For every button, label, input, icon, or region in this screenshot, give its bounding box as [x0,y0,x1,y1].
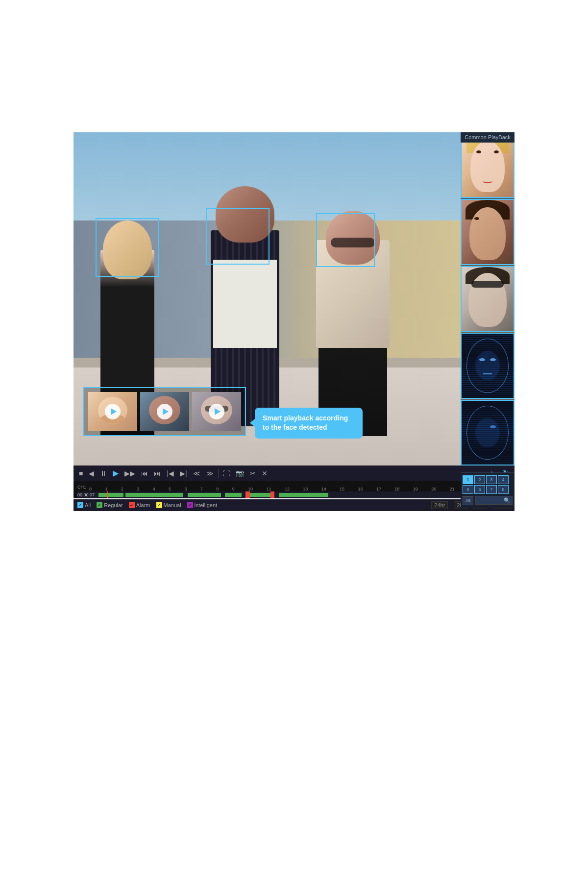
checkbox-regular[interactable]: ✓ [97,502,102,508]
play-button-3[interactable] [209,404,224,419]
channel-search-bar[interactable]: 🔍 [475,496,513,505]
channel-btn-8[interactable]: 8 [498,485,509,494]
skip-forward-button[interactable]: ⏭ [152,468,162,478]
face-detection-box-1 [96,218,159,277]
face-detection-box-3 [316,213,375,267]
skip-back-button[interactable]: ⏮ [140,468,149,478]
thumb-item-2[interactable] [140,392,189,431]
channel-label: CH1 [77,485,86,490]
face-detection-box-2 [206,208,270,265]
thumb-item-1[interactable] [88,392,137,431]
control-bar: ■ ◀ ⏸ ▶ ▶▶ ⏮ ⏭ |◀ ▶| ≪ ≫ ⛶ 📷 ✂ ✕ ▶ ↻ [74,466,514,481]
face-thumb-5[interactable] [461,400,514,466]
play-button-2[interactable] [157,404,172,419]
channel-selector: 1 2 3 4 5 6 7 8 All 🔍 [461,472,514,508]
play-button[interactable]: ▶ [111,467,120,479]
face-thumb-4[interactable] [461,333,514,398]
channel-btn-2[interactable]: 2 [474,475,485,484]
footer-bar: ✓ All ✓ Regular ✓ Alarm ✓ Manual ✓ intel… [74,499,514,511]
timeline-ruler: CH1 0 1 2 3 4 5 6 7 8 9 10 11 [77,483,511,491]
alarm-segment-2 [270,491,274,498]
channel-btn-1[interactable]: 1 [463,475,473,484]
channel-bottom-row: All 🔍 [463,495,513,505]
rewind-button[interactable]: ◀ [87,468,96,478]
ruler-numbers: 0 1 2 3 4 5 6 7 8 9 10 11 12 13 [88,487,511,491]
checkbox-manual[interactable]: ✓ [156,502,162,508]
segment-4 [225,493,242,497]
checkbox-alarm[interactable]: ✓ [129,502,135,508]
track-segments[interactable] [97,491,511,498]
channel-btn-5[interactable]: 5 [463,485,473,494]
prev-frame-button[interactable]: |◀ [165,468,175,478]
thumb-item-3[interactable] [192,392,241,431]
thumbnail-strip [83,387,246,436]
timeline-area: CH1 0 1 2 3 4 5 6 7 8 9 10 11 [74,481,514,498]
close-button[interactable]: ✕ [260,468,269,478]
alarm-segment-1 [245,491,249,498]
face-panel [461,132,514,466]
channel-grid: 1 2 3 4 5 6 7 8 [463,475,513,494]
main-container: Smart playback according to the face det… [74,132,514,511]
common-playback-header: Common PlayBack [461,132,514,143]
sky [74,132,514,230]
next-frame-button[interactable]: ▶| [178,468,189,478]
face-thumb-2[interactable] [461,199,514,265]
filter-alarm[interactable]: ✓ Alarm [129,502,150,508]
search-icon: 🔍 [504,497,511,504]
pause-button[interactable]: ⏸ [98,468,108,478]
segment-6 [279,493,328,497]
time-cursor [107,491,108,498]
divider-1 [218,468,219,478]
channel-btn-7[interactable]: 7 [486,485,497,494]
checkbox-all[interactable]: ✓ [77,502,83,508]
stop-button[interactable]: ■ [77,468,84,478]
timeline-track[interactable]: 00:00:07 [77,491,511,498]
segment-2 [125,493,183,497]
play-button-1[interactable] [105,404,121,419]
fast-button[interactable]: ≫ [205,468,215,478]
zoom-24hr[interactable]: 24hr [431,501,448,509]
checkbox-intelligent[interactable]: ✓ [187,502,193,508]
snapshot-button[interactable]: 📷 [234,468,245,478]
smart-playback-tooltip: Smart playback according to the face det… [255,408,363,439]
clip-button[interactable]: ✂ [248,468,257,478]
slow-button[interactable]: ≪ [192,468,202,478]
filter-intelligent[interactable]: ✓ intelligent [187,502,217,508]
segment-1 [98,493,123,497]
filter-regular[interactable]: ✓ Regular [97,502,123,508]
current-time: 00:00:07 [77,492,95,497]
fast-forward-button[interactable]: ▶▶ [123,468,137,478]
filter-manual[interactable]: ✓ Manual [156,502,181,508]
segment-3 [188,493,221,497]
ruler-track[interactable]: 0 1 2 3 4 5 6 7 8 9 10 11 12 13 [88,483,511,491]
filter-all[interactable]: ✓ All [77,502,91,508]
channel-btn-4[interactable]: 4 [498,475,509,484]
face-thumb-3[interactable] [461,266,514,332]
fullscreen-button[interactable]: ⛶ [221,468,231,478]
channel-all-btn[interactable]: All [463,496,473,505]
channel-btn-3[interactable]: 3 [486,475,497,484]
main-video-area: Smart playback according to the face det… [74,132,514,466]
video-frame: Smart playback according to the face det… [74,132,514,466]
channel-btn-6[interactable]: 6 [474,485,485,494]
